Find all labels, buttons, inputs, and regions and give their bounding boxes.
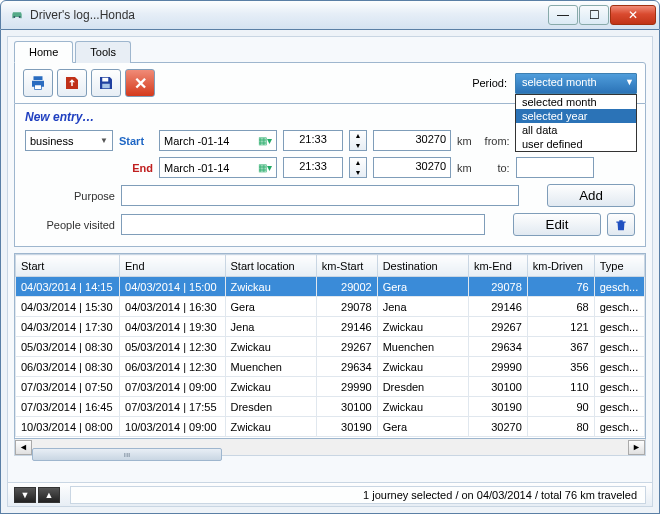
column-header[interactable]: Destination [377, 255, 468, 277]
start-date-input[interactable]: March -01-14▦▾ [159, 130, 277, 151]
period-option[interactable]: user defined [516, 137, 636, 151]
print-button[interactable] [23, 69, 53, 97]
table-row[interactable]: 07/03/2014 | 16:4507/03/2014 | 17:55Dres… [16, 397, 645, 417]
tab-home[interactable]: Home [14, 41, 73, 63]
to-label: to: [478, 162, 510, 174]
purpose-input[interactable] [121, 185, 519, 206]
column-header[interactable]: km-End [468, 255, 527, 277]
maximize-button[interactable]: ☐ [579, 5, 609, 25]
start-time-input[interactable]: 21:33 [283, 130, 343, 151]
table-row[interactable]: 06/03/2014 | 08:3006/03/2014 | 12:30Muen… [16, 357, 645, 377]
chevron-down-icon: ▼ [100, 136, 108, 145]
period-option[interactable]: all data [516, 123, 636, 137]
status-text: 1 journey selected / on 04/03/2014 / tot… [70, 486, 646, 504]
column-header[interactable]: Type [594, 255, 644, 277]
nav-prev-button[interactable]: ▼ [14, 487, 36, 503]
journeys-grid[interactable]: StartEndStart locationkm-StartDestinatio… [14, 253, 646, 439]
chevron-down-icon: ▼ [625, 77, 634, 87]
table-row[interactable]: 10/03/2014 | 08:0010/03/2014 | 09:00Zwic… [16, 417, 645, 437]
period-dropdown[interactable]: selected month ▼ selected monthselected … [515, 73, 637, 94]
column-header[interactable]: km-Driven [527, 255, 594, 277]
save-button[interactable] [91, 69, 121, 97]
column-header[interactable]: Start [16, 255, 120, 277]
calendar-icon: ▦▾ [258, 162, 272, 173]
scroll-thumb[interactable]: ııı [32, 448, 222, 461]
period-option[interactable]: selected year [516, 109, 636, 123]
delete-button[interactable]: ✕ [125, 69, 155, 97]
nav-next-button[interactable]: ▲ [38, 487, 60, 503]
table-row[interactable]: 04/03/2014 | 17:3004/03/2014 | 19:30Jena… [16, 317, 645, 337]
start-time-stepper[interactable]: ▲▼ [349, 130, 367, 151]
period-option[interactable]: selected month [516, 95, 636, 109]
trash-button[interactable] [607, 213, 635, 236]
start-label: Start [119, 135, 153, 147]
svg-point-0 [13, 16, 15, 18]
table-row[interactable]: 07/03/2014 | 07:5007/03/2014 | 09:00Zwic… [16, 377, 645, 397]
svg-point-1 [19, 16, 21, 18]
to-input[interactable] [516, 157, 594, 178]
column-header[interactable]: End [120, 255, 225, 277]
scroll-left-icon[interactable]: ◄ [15, 440, 32, 455]
svg-rect-3 [102, 78, 108, 82]
km-unit: km [457, 162, 472, 174]
statusbar: ▼ ▲ 1 journey selected / on 04/03/2014 /… [8, 482, 652, 506]
window-title: Driver's log...Honda [30, 8, 548, 22]
add-button[interactable]: Add [547, 184, 635, 207]
export-button[interactable] [57, 69, 87, 97]
from-label: from: [478, 135, 510, 147]
table-row[interactable]: 04/03/2014 | 14:1504/03/2014 | 15:00Zwic… [16, 277, 645, 297]
svg-rect-4 [102, 84, 110, 89]
horizontal-scrollbar[interactable]: ◄ ııı ► [14, 439, 646, 456]
calendar-icon: ▦▾ [258, 135, 272, 146]
period-label: Period: [472, 77, 507, 89]
table-row[interactable]: 04/03/2014 | 15:3004/03/2014 | 16:30Gera… [16, 297, 645, 317]
end-time-input[interactable]: 21:33 [283, 157, 343, 178]
app-icon [9, 7, 25, 23]
scroll-right-icon[interactable]: ► [628, 440, 645, 455]
km-unit: km [457, 135, 472, 147]
column-header[interactable]: km-Start [316, 255, 377, 277]
end-km-input[interactable]: 30270 [373, 157, 451, 178]
end-label: End [119, 162, 153, 174]
toolbar: ✕ Period: selected month ▼ selected mont… [14, 62, 646, 104]
start-km-input[interactable]: 30270 [373, 130, 451, 151]
end-time-stepper[interactable]: ▲▼ [349, 157, 367, 178]
table-row[interactable]: 05/03/2014 | 08:3005/03/2014 | 12:30Zwic… [16, 337, 645, 357]
titlebar[interactable]: Driver's log...Honda — ☐ ✕ [0, 0, 660, 30]
close-button[interactable]: ✕ [610, 5, 656, 25]
tab-tools[interactable]: Tools [75, 41, 131, 63]
column-header[interactable]: Start location [225, 255, 316, 277]
end-date-input[interactable]: March -01-14▦▾ [159, 157, 277, 178]
purpose-label: Purpose [25, 190, 115, 202]
people-label: People visited [25, 219, 115, 231]
minimize-button[interactable]: — [548, 5, 578, 25]
people-input[interactable] [121, 214, 485, 235]
period-selected[interactable]: selected month [515, 73, 637, 94]
entry-type-select[interactable]: business▼ [25, 130, 113, 151]
svg-rect-2 [35, 85, 41, 89]
edit-button[interactable]: Edit [513, 213, 601, 236]
